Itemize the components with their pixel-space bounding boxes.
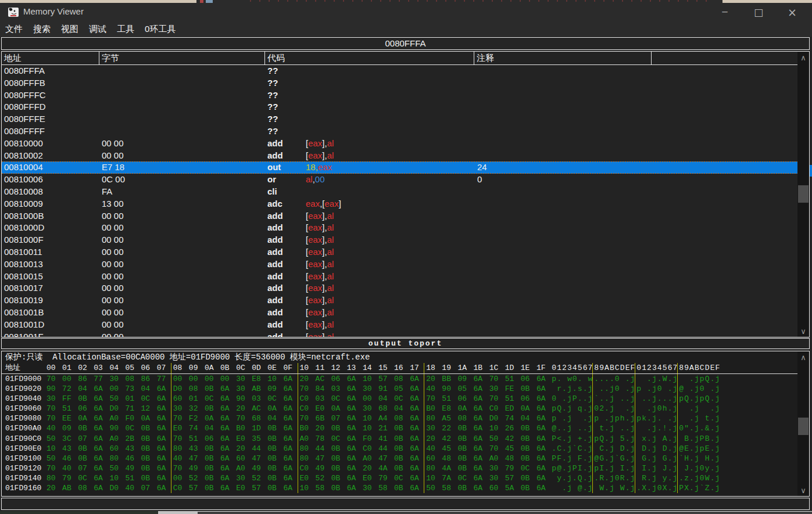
title-bar: Memory Viewer ─ □ × — [0, 3, 812, 21]
disasm-row[interactable]: 008100060C 00oral,000 — [2, 174, 799, 186]
menu-item-1[interactable]: 搜索 — [28, 21, 56, 37]
disasm-row[interactable]: 0081000B00 00add[eax],al — [2, 210, 799, 222]
disasm-row[interactable]: 0081001900 00add[eax],al — [2, 294, 799, 307]
hex-row[interactable]: 01FD900070008677300886770000000030E8106A… — [2, 374, 809, 384]
h-scroll-thumb[interactable] — [158, 511, 198, 514]
maximize-button[interactable]: □ — [745, 3, 772, 21]
hex-byte: 0B — [266, 434, 281, 444]
disasm-row[interactable]: 0081001100 00add[eax],al — [2, 246, 799, 258]
hex-row[interactable]: 01FD90C0503C076AA02B0B6A7051066AE0350B6A… — [2, 434, 809, 444]
disasm-row[interactable]: 0081000F00 00add[eax],al — [2, 234, 799, 246]
disasm-row[interactable]: 0081001300 00add[eax],al — [2, 258, 799, 271]
menu-item-2[interactable]: 视图 — [56, 21, 84, 37]
hex-byte: 50 — [424, 483, 440, 493]
menu-item-4[interactable]: 工具 — [112, 21, 139, 37]
hex-row-address: 01FD90A0 — [2, 423, 45, 433]
hex-byte: 0C — [266, 394, 281, 404]
hex-row[interactable]: 01FD91207040076A50490B6A70490B6AA0490B6A… — [2, 463, 809, 473]
hex-byte: A0 — [108, 414, 123, 423]
hex-byte: 6A — [408, 483, 424, 493]
hex-byte: 0A — [139, 414, 155, 423]
hex-byte: 70 — [488, 394, 503, 404]
hex-byte: E0 — [171, 423, 187, 433]
hex-byte: 49 — [123, 463, 139, 473]
hex-row[interactable]: 01FD90A040090B6A900C0B6AE074046AB01D0B6A… — [2, 423, 809, 433]
scroll-down-icon[interactable]: ∨ — [797, 325, 809, 337]
minimize-button[interactable]: ─ — [711, 3, 738, 21]
col-header-bytes[interactable]: 字节 — [99, 52, 265, 64]
disasm-row[interactable]: 0081000000 00add[eax],al — [2, 138, 799, 150]
menu-item-0[interactable]: 文件 — [0, 21, 28, 37]
disasm-row[interactable]: 00810008FAcli — [2, 186, 799, 198]
disasm-scrollbar[interactable]: ∧ ∨ — [797, 52, 809, 337]
col-header-address[interactable]: 地址 — [2, 52, 99, 64]
hex-row[interactable]: 01FD916020AB086AD040076AC0570B6AE0570B6A… — [2, 483, 809, 493]
hex-byte: 0C — [123, 423, 139, 433]
hex-ascii-group: G.j G.j — [635, 454, 678, 463]
hex-row[interactable]: 01FD904030FF0B6A50010C6A60010C6A90030C6A… — [2, 394, 809, 404]
disasm-row[interactable]: 0081000200 00add[eax],al — [2, 150, 799, 162]
disasm-row[interactable]: 0080FFFC?? — [2, 89, 799, 102]
hex-row[interactable]: 01FD908070EE0A6AA0F00A6A70F20A6A7068046A… — [2, 414, 809, 423]
disasm-operand: al — [327, 319, 334, 329]
hex-byte: 0A — [266, 404, 281, 414]
hex-byte: 70 — [424, 394, 440, 404]
disasm-row[interactable]: 0080FFFA?? — [2, 65, 799, 77]
disasm-row[interactable]: 0080FFFD?? — [2, 101, 799, 113]
hex-byte-group: 80470B6AA0470B6A — [298, 454, 425, 463]
hex-byte: B0 — [234, 423, 250, 433]
menu-item-5[interactable]: 0环工具 — [139, 21, 181, 37]
hex-byte: 0B — [330, 463, 345, 473]
hex-header: 地址000102030405060708090A0B0C0D0E0F101112… — [2, 363, 797, 374]
hex-ascii-group: ....0 .j — [593, 374, 635, 384]
hex-row[interactable]: 01FD90E010430B6A60430B6A80430B6A20440B6A… — [2, 444, 809, 454]
disasm-row[interactable]: 0081001F00 00add[eax],al — [2, 331, 799, 337]
hex-byte: 44 — [250, 444, 266, 454]
disasm-operand: al — [327, 247, 334, 257]
hex-row[interactable]: 01FD914080790C6A10510B6A00520B6A30520B6A… — [2, 473, 809, 483]
disasm-row[interactable]: 0081001500 00add[eax],al — [2, 271, 799, 283]
hex-byte: 6A — [535, 394, 550, 404]
disasm-address: 00810002 — [2, 150, 99, 162]
hex-byte: 60 — [488, 483, 503, 493]
disasm-row[interactable]: 0081001D00 00add[eax],al — [2, 319, 799, 331]
hex-byte: 0C — [330, 394, 345, 404]
scroll-up-icon[interactable]: ∧ — [797, 52, 809, 63]
col-header-code[interactable]: 代码 — [265, 52, 474, 64]
disasm-row[interactable]: 00810004E7 18out18,eax24 — [2, 161, 799, 174]
disasm-row[interactable]: 0081001B00 00add[eax],al — [2, 307, 799, 319]
disasm-row[interactable]: 0080FFFE?? — [2, 113, 799, 125]
scrollbar-thumb[interactable] — [798, 418, 809, 435]
disasm-row[interactable]: 0080FFFF?? — [2, 125, 799, 138]
hex-row[interactable]: 01FD910050460B6A80460B6A40470B6A60470B6A… — [2, 454, 809, 463]
disasm-row[interactable]: 0081000913 00adceax,[eax] — [2, 198, 799, 210]
disasm-code: ?? — [265, 125, 474, 138]
scrollbar-thumb[interactable] — [798, 185, 809, 203]
disasm-bytes: 00 00 — [99, 271, 265, 283]
disasm-row[interactable]: 0081001700 00add[eax],al — [2, 282, 799, 294]
hex-ascii-group: .C.j`C.j — [550, 444, 593, 454]
col-header-comment[interactable]: 注释 — [474, 52, 652, 64]
hex-byte: 30 — [424, 423, 440, 433]
hex-scrollbar[interactable]: ∧ ∨ — [797, 351, 809, 496]
hex-ascii-group: .j @.j — [550, 483, 593, 493]
hex-byte: 0B — [139, 463, 155, 473]
hex-ascii-group: .j0h.j — [635, 404, 678, 414]
hex-byte: 6A — [281, 434, 297, 444]
disasm-row[interactable]: 0080FFFB?? — [2, 77, 799, 89]
hex-byte: F0 — [361, 434, 377, 444]
hex-byte: 6A — [535, 414, 550, 423]
scroll-down-icon[interactable]: ∨ — [797, 484, 809, 496]
hex-row[interactable]: 01FD90607051066AD071126A30320B6A20AC0A6A… — [2, 404, 809, 414]
close-button[interactable]: × — [779, 3, 806, 21]
hex-byte: 90 — [45, 384, 60, 394]
hex-byte-group: 10580B6A30580B6A — [298, 483, 425, 493]
hex-row[interactable]: 01FD90209072046A0073046AD0080B6A30AB096A… — [2, 384, 809, 394]
hex-byte: 50 — [108, 463, 123, 473]
scroll-up-icon[interactable]: ∧ — [797, 351, 809, 363]
horizontal-scrollbar[interactable] — [0, 511, 812, 514]
menu-item-3[interactable]: 调试 — [84, 21, 112, 37]
hex-byte: 6A — [408, 374, 424, 384]
disasm-row[interactable]: 0081000D00 00add[eax],al — [2, 222, 799, 234]
hex-byte: 0B — [203, 463, 219, 473]
